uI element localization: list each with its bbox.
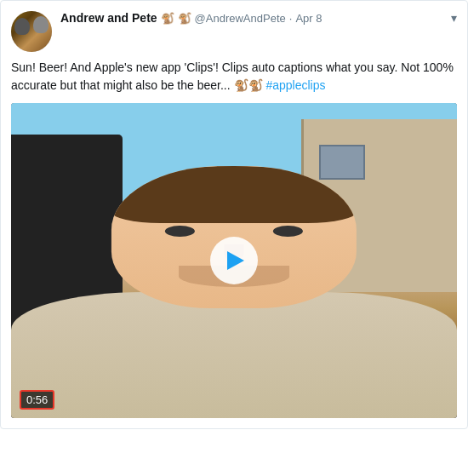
person-eye-right [273, 226, 303, 237]
avatar-image [11, 11, 52, 52]
emoji2: 🐒 [178, 12, 191, 25]
tweet-header: Andrew and Pete 🐒 🐒 @AndrewAndPete · Apr… [11, 11, 457, 52]
video-container[interactable]: 0:56 [11, 103, 457, 418]
tweet-date: · [289, 12, 293, 25]
person-hair [111, 166, 357, 223]
tweet-card: Andrew and Pete 🐒 🐒 @AndrewAndPete · Apr… [0, 0, 468, 429]
play-button[interactable] [210, 237, 258, 284]
person-body [11, 292, 457, 418]
chevron-down-icon[interactable]: ▾ [451, 11, 457, 25]
user-handle[interactable]: @AndrewAndPete [195, 12, 286, 25]
play-icon [227, 251, 244, 270]
tweet-text-emoji: 🐒🐒 [234, 78, 263, 92]
tweet-text-main: Sun! Beer! And Apple's new app 'Clips'! … [11, 60, 454, 92]
tweet-date-value[interactable]: Apr 8 [295, 12, 322, 25]
building-window [319, 145, 365, 180]
user-name-row: Andrew and Pete 🐒 🐒 @AndrewAndPete · Apr… [60, 11, 451, 25]
user-info: Andrew and Pete 🐒 🐒 @AndrewAndPete · Apr… [60, 11, 451, 25]
tweet-hashtag[interactable]: #appleclips [265, 78, 325, 92]
video-duration: 0:56 [20, 390, 54, 410]
person-eye-left [165, 226, 195, 237]
avatar[interactable] [11, 11, 52, 52]
emoji1: 🐒 [161, 12, 174, 25]
tweet-text: Sun! Beer! And Apple's new app 'Clips'! … [11, 59, 457, 95]
user-name[interactable]: Andrew and Pete [60, 11, 157, 25]
